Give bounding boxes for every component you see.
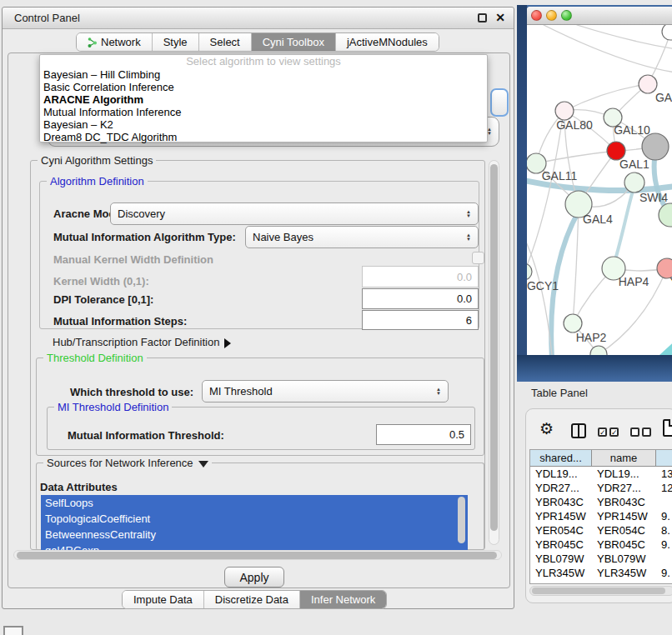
kernel-width-label: Kernel Width (0,1):	[53, 275, 149, 288]
node-0[interactable]	[662, 25, 672, 40]
dpi-tolerance-field[interactable]: 0.0	[362, 288, 479, 309]
threshold-definition-legend: Threshold Definition	[43, 352, 147, 364]
table-horizontal-scrollbar[interactable]	[529, 586, 672, 596]
table-row-6[interactable]: YBL079WYBL079W	[530, 552, 672, 566]
node-8[interactable]	[659, 203, 672, 227]
mi-threshold-field[interactable]: 0.5	[376, 424, 471, 445]
sources-group: Sources for Network Inference Data Attri…	[36, 462, 484, 550]
attribute-item-gal4rgexp[interactable]: gal4RGexp	[41, 542, 468, 550]
mi-steps-value: 6	[466, 314, 472, 327]
network-canvas-svg: GALGAL80GAL10GAL1GAL11SWI4GAL4GCY1HAP4YH…	[527, 25, 672, 355]
algorithm-option-bayesian-k2[interactable]: Bayesian – K2	[40, 118, 487, 131]
minimize-window-icon[interactable]	[546, 10, 557, 21]
algorithm-option-aracne-algorithm[interactable]: ARACNE Algorithm	[40, 93, 487, 106]
node-table: shared...name YDL19...YDL19...13YDR27...…	[529, 449, 672, 584]
dpi-tolerance-label: DPI Tolerance [0,1]:	[53, 293, 153, 306]
tab-select[interactable]: Select	[198, 33, 251, 51]
network-canvas[interactable]: GALGAL80GAL10GAL1GAL11SWI4GAL4GCY1HAP4YH…	[527, 25, 672, 355]
node-label-swi4: SWI4	[639, 191, 668, 204]
node-label-gal11: GAL11	[542, 169, 578, 182]
table-row-7[interactable]: YLR345WYLR345W9.	[530, 566, 672, 580]
tab-label-discretize-data: Discretize Data	[215, 593, 288, 606]
node-gal[interactable]	[639, 75, 657, 93]
apply-button[interactable]: Apply	[224, 567, 284, 588]
deselect-all-icon[interactable]	[630, 428, 651, 437]
cell-2-0: YBR043C	[530, 495, 592, 509]
cell-1-2: 12	[656, 481, 672, 495]
stepper-icon: ▲▼	[461, 233, 471, 242]
settings-vertical-scrollbar[interactable]	[489, 160, 499, 545]
list-scrollbar-thumb[interactable]	[458, 497, 465, 543]
aracne-mode-combo[interactable]: Discovery ▲▼	[110, 202, 479, 225]
new-table-icon[interactable]	[663, 419, 672, 437]
algorithm-option-mutual-information-inference[interactable]: Mutual Information Inference	[40, 106, 487, 118]
zoom-window-icon[interactable]	[561, 10, 572, 21]
mi-type-combo[interactable]: Naive Bayes ▲▼	[245, 226, 479, 248]
mi-steps-field[interactable]: 6	[362, 310, 479, 330]
hub-section-toggle[interactable]: Hub/Transcription Factor Definition	[53, 336, 231, 348]
column-header-0[interactable]: shared...	[530, 450, 592, 467]
tab-impute-data[interactable]: Impute Data	[123, 591, 203, 608]
minimized-panel-icon[interactable]	[3, 626, 23, 635]
table-panel: ⚙ ✓✓ shared...name YDL19...YDL19...13YDR…	[525, 408, 672, 603]
cell-3-1: YPR145W	[592, 509, 656, 523]
table-row-3[interactable]: YPR145WYPR145W9.	[530, 509, 672, 523]
node-5[interactable]	[642, 133, 669, 160]
close-icon[interactable]: ✕	[495, 11, 505, 24]
tab-style[interactable]: Style	[152, 33, 198, 51]
settings-horizontal-scrollbar[interactable]	[13, 550, 502, 560]
settings-horizontal-scrollbar-thumb[interactable]	[17, 552, 497, 559]
hub-section-label: Hub/Transcription Factor Definition	[53, 336, 219, 348]
node-label-gal10: GAL10	[614, 123, 650, 137]
cell-7-0: YLR345W	[530, 566, 592, 580]
tab-cyni-toolbox[interactable]: Cyni Toolbox	[251, 33, 335, 51]
node-label-gal4: GAL4	[583, 212, 613, 226]
table-row-8[interactable]: YIL052CYIL052C9	[530, 580, 672, 584]
which-threshold-combo[interactable]: MI Threshold ▲▼	[202, 380, 449, 402]
cell-8-2: 9	[656, 580, 672, 584]
control-panel-titlebar: Control Panel ✕	[3, 8, 514, 29]
gear-icon[interactable]: ⚙	[539, 419, 554, 438]
cell-7-1: YLR345W	[592, 566, 656, 580]
algorithm-option-dream8-dc-tdc-algorithm[interactable]: Dream8 DC_TDC Algorithm	[40, 131, 487, 143]
algorithm-option-basic-correlation-inference[interactable]: Basic Correlation Inference	[40, 81, 487, 93]
float-panel-icon[interactable]	[478, 13, 487, 22]
cell-1-1: YDR27...	[592, 481, 656, 495]
node-gal80[interactable]	[555, 102, 574, 120]
column-header-1[interactable]: name	[592, 450, 656, 467]
aracne-mode-value: Discovery	[118, 208, 165, 220]
table-horizontal-scrollbar-thumb[interactable]	[532, 588, 665, 594]
table-header-row: shared...name	[530, 450, 672, 467]
mi-threshold-value: 0.5	[449, 428, 464, 441]
tab-network[interactable]: Network	[77, 33, 152, 51]
attribute-item-betweennesscentrality[interactable]: BetweennessCentrality	[41, 527, 468, 542]
tab-infer-network[interactable]: Infer Network	[299, 591, 386, 608]
settings-vertical-scrollbar-thumb[interactable]	[490, 164, 498, 531]
stepper-icon: ▲▼	[431, 388, 441, 396]
table-row-5[interactable]: YBR045CYBR045C9.	[530, 538, 672, 552]
column-header-2[interactable]	[656, 450, 672, 467]
table-row-1[interactable]: YDR27...YDR27...12	[530, 481, 672, 495]
tab-jactivemnodules[interactable]: jActiveMNodules	[335, 33, 439, 51]
node-swi4[interactable]	[624, 172, 644, 192]
window-frame-left	[517, 5, 527, 382]
network-edges	[527, 25, 672, 355]
kernel-width-field[interactable]: 0.0	[362, 266, 479, 288]
table-row-0[interactable]: YDL19...YDL19...13	[530, 467, 672, 481]
close-window-icon[interactable]	[531, 10, 542, 21]
manual-kernel-checkbox[interactable]	[472, 252, 484, 264]
node-gcy1[interactable]	[527, 263, 532, 280]
table-row-4[interactable]: YER054CYER054C8.	[530, 523, 672, 538]
tab-discretize-data[interactable]: Discretize Data	[203, 591, 299, 608]
attribute-item-topologicalcoefficient[interactable]: TopologicalCoefficient	[41, 511, 468, 527]
attribute-item-selfloops[interactable]: SelfLoops	[41, 495, 468, 511]
columns-icon[interactable]	[571, 423, 586, 438]
sources-legend-toggle[interactable]: Sources for Network Inference	[43, 457, 212, 469]
node-hap2[interactable]	[564, 314, 582, 332]
data-attributes-label: Data Attributes	[40, 481, 118, 493]
bottom-tab-bar: Impute DataDiscretize DataInfer Network	[122, 590, 387, 609]
select-all-icon[interactable]: ✓✓	[598, 428, 619, 437]
algorithm-option-bayesian-hill-climbing[interactable]: Bayesian – Hill Climbing	[40, 68, 487, 81]
cyni-algorithm-settings-group: Cyni Algorithm Settings Algorithm Defini…	[30, 160, 485, 550]
table-row-2[interactable]: YBR043CYBR043C	[530, 495, 672, 509]
